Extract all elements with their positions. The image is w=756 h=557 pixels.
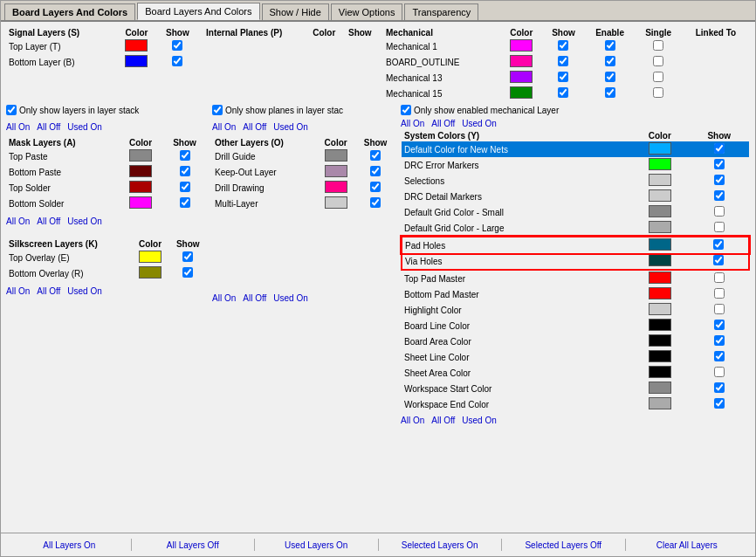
color-swatch[interactable] — [129, 165, 152, 177]
color-cell[interactable] — [116, 54, 156, 70]
color-swatch[interactable] — [325, 165, 347, 177]
other-all-on[interactable]: All On — [212, 293, 236, 303]
sys-all-on[interactable]: All On — [401, 416, 424, 425]
show-checkbox[interactable] — [370, 166, 381, 176]
show-checkbox[interactable] — [558, 87, 568, 98]
color-swatch[interactable] — [125, 55, 148, 67]
show-checkbox[interactable] — [714, 382, 725, 393]
show-checkbox[interactable] — [714, 288, 725, 299]
signal-all-off[interactable]: All Off — [37, 122, 60, 132]
show-checkbox[interactable] — [370, 197, 381, 208]
show-checkbox[interactable] — [714, 206, 725, 217]
show-checkbox[interactable] — [714, 190, 725, 201]
color-swatch[interactable] — [649, 158, 671, 170]
color-swatch[interactable] — [649, 189, 671, 202]
show-checkbox[interactable] — [714, 398, 725, 409]
only-show-planes-checkbox[interactable] — [212, 105, 223, 115]
color-swatch[interactable] — [125, 39, 148, 52]
show-checkbox[interactable] — [713, 239, 724, 250]
show-checkbox[interactable] — [714, 175, 725, 185]
color-swatch[interactable] — [649, 174, 671, 186]
color-swatch[interactable] — [649, 350, 671, 362]
silk-all-off[interactable]: All Off — [37, 286, 60, 296]
single-checkbox[interactable] — [653, 87, 663, 98]
color-swatch[interactable] — [325, 196, 347, 209]
enable-checkbox[interactable] — [605, 40, 615, 51]
only-show-signal-checkbox[interactable] — [6, 105, 17, 115]
other-used-on[interactable]: Used On — [273, 293, 307, 303]
single-checkbox[interactable] — [653, 40, 663, 51]
planes-all-on[interactable]: All On — [212, 122, 236, 132]
color-swatch[interactable] — [649, 334, 671, 347]
show-checkbox[interactable] — [714, 304, 725, 314]
selected-layers-off-link[interactable]: Selected Layers Off — [502, 540, 625, 550]
mask-all-off[interactable]: All Off — [37, 217, 60, 226]
show-checkbox[interactable] — [180, 150, 190, 161]
show-checkbox[interactable] — [370, 150, 381, 161]
color-swatch[interactable] — [649, 221, 671, 233]
mask-used-on[interactable]: Used On — [67, 217, 101, 226]
color-swatch[interactable] — [510, 86, 533, 99]
color-swatch[interactable] — [649, 303, 671, 315]
color-swatch[interactable] — [649, 272, 671, 284]
color-swatch[interactable] — [649, 238, 671, 251]
tab-show-hide[interactable]: Show / Hide — [262, 3, 329, 20]
color-swatch[interactable] — [649, 287, 671, 299]
signal-used-on[interactable]: Used On — [67, 122, 101, 132]
mech-all-on[interactable]: All On — [401, 119, 424, 128]
show-checkbox[interactable] — [370, 182, 381, 192]
signal-all-on[interactable]: All On — [6, 122, 30, 132]
show-checkbox[interactable] — [182, 267, 193, 278]
show-checkbox[interactable] — [558, 40, 568, 51]
show-checkbox[interactable] — [714, 159, 725, 169]
enable-checkbox[interactable] — [605, 87, 615, 98]
color-swatch[interactable] — [649, 205, 671, 217]
color-swatch[interactable] — [649, 142, 671, 155]
show-checkbox[interactable] — [714, 272, 725, 283]
color-swatch[interactable] — [325, 149, 347, 162]
color-swatch[interactable] — [649, 397, 671, 409]
show-cell[interactable] — [157, 54, 198, 70]
show-checkbox[interactable] — [180, 166, 190, 176]
enable-checkbox[interactable] — [605, 56, 615, 66]
silk-used-on[interactable]: Used On — [67, 286, 101, 296]
show-checkbox[interactable] — [182, 251, 193, 262]
sys-used-on[interactable]: Used On — [462, 416, 496, 425]
tab-board-layers[interactable]: Board Layers And Colors — [137, 3, 259, 20]
color-cell[interactable] — [116, 38, 156, 54]
color-swatch[interactable] — [139, 251, 162, 263]
show-checkbox[interactable] — [558, 56, 568, 66]
show-checkbox[interactable] — [714, 335, 725, 346]
show-checkbox[interactable] — [714, 320, 725, 330]
show-checkbox[interactable] — [558, 72, 568, 82]
color-swatch[interactable] — [510, 71, 533, 83]
show-checkbox[interactable] — [714, 143, 725, 154]
color-swatch[interactable] — [129, 149, 152, 162]
tab-transparency[interactable]: Transparency — [404, 3, 478, 20]
color-swatch[interactable] — [510, 39, 533, 52]
show-checkbox[interactable] — [180, 182, 190, 192]
color-swatch[interactable] — [649, 254, 671, 266]
color-swatch[interactable] — [510, 55, 533, 67]
mask-all-on[interactable]: All On — [6, 217, 30, 226]
other-all-off[interactable]: All Off — [243, 293, 266, 303]
only-show-mech-checkbox[interactable] — [401, 105, 411, 115]
color-swatch[interactable] — [325, 181, 347, 193]
all-layers-on-link[interactable]: All Layers On — [8, 540, 131, 550]
single-checkbox[interactable] — [653, 56, 663, 66]
show-checkbox[interactable] — [172, 40, 182, 51]
color-swatch[interactable] — [649, 366, 671, 378]
enable-checkbox[interactable] — [605, 72, 615, 82]
sys-all-off[interactable]: All Off — [431, 416, 455, 425]
tab-view-options[interactable]: View Options — [331, 3, 403, 20]
color-swatch[interactable] — [649, 382, 671, 394]
show-checkbox[interactable] — [172, 56, 182, 66]
selected-layers-on-link[interactable]: Selected Layers On — [379, 540, 502, 550]
all-layers-off-link[interactable]: All Layers Off — [132, 540, 255, 550]
planes-all-off[interactable]: All Off — [243, 122, 266, 132]
single-checkbox[interactable] — [653, 72, 663, 82]
color-swatch[interactable] — [139, 266, 162, 278]
show-checkbox[interactable] — [714, 351, 725, 361]
silk-all-on[interactable]: All On — [6, 286, 30, 296]
show-cell[interactable] — [157, 38, 198, 54]
